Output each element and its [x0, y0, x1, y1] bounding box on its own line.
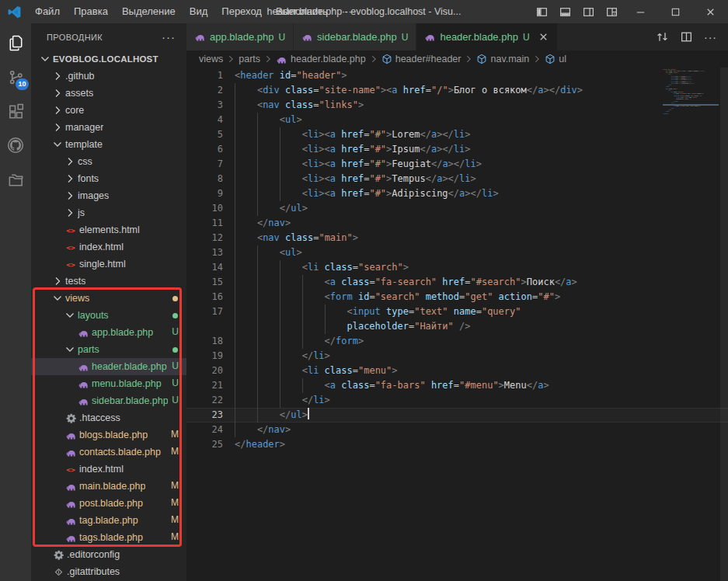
code-line-5[interactable]: 5<li><a href="#">Lorem</a></li>: [186, 127, 728, 142]
code-line-3[interactable]: 3<nav class="links">: [186, 98, 728, 113]
code-line-16[interactable]: 16<form id="search" method="get" action=…: [186, 290, 728, 304]
code-line-17[interactable]: 17<input type="text" name="query": [186, 304, 728, 319]
blade-elephant-icon: [301, 31, 313, 43]
explorer-more-actions-button[interactable]: ···: [162, 30, 176, 43]
tree-folder-.github[interactable]: .github: [31, 68, 186, 85]
code-line-1[interactable]: 1<header id="header">: [186, 68, 728, 83]
line-content: </li>: [235, 349, 330, 364]
window-close-button[interactable]: [693, 0, 728, 23]
code-editor[interactable]: 1<header id="header">2<div class="site-n…: [186, 68, 728, 581]
more-actions-button[interactable]: ···: [704, 31, 717, 43]
code-line-4[interactable]: 4<ul>: [186, 113, 728, 127]
code-line-2[interactable]: 2<div class="site-name"><a href="/">Блог…: [186, 83, 728, 98]
tree-file-menu.blade.php[interactable]: menu.blade.phpU: [31, 375, 186, 392]
tree-file-header.blade.php[interactable]: header.blade.phpU: [31, 358, 186, 375]
line-content: placeholder="Найти" />: [235, 319, 470, 334]
code-line-8[interactable]: 8<li><a href="#">Tempus</a></li>: [186, 172, 728, 186]
activity-github[interactable]: [0, 128, 31, 162]
code-line-24[interactable]: 24</nav>: [186, 423, 728, 437]
code-line-23[interactable]: 23</ul>: [186, 408, 728, 423]
tab-header.blade.php[interactable]: header.blade.phpU: [416, 23, 557, 50]
code-line-20[interactable]: 20<li class="menu">: [186, 364, 728, 378]
tree-file-contacts.blade.php[interactable]: contacts.blade.phpM: [31, 444, 186, 461]
breadcrumb-item-views[interactable]: views: [199, 54, 223, 64]
layout-sidebar-right-icon[interactable]: [576, 0, 600, 23]
menu-item-3[interactable]: Вид: [183, 0, 215, 23]
tree-folder-core[interactable]: core: [31, 102, 186, 119]
tree-file-elements.html[interactable]: <>elements.html: [31, 221, 186, 238]
tree-folder-manager[interactable]: manager: [31, 119, 186, 136]
tab-app.blade.php[interactable]: app.blade.phpU: [186, 23, 294, 50]
code-line-14[interactable]: 14<li class="search">: [186, 260, 728, 275]
tree-file-sidebar.blade.php[interactable]: sidebar.blade.phpU: [31, 392, 186, 409]
layout-sidebar-left-icon[interactable]: [530, 0, 553, 23]
code-line-7[interactable]: 7<li><a href="#">Feugiat</a></li>: [186, 157, 728, 172]
menu-item-2[interactable]: Выделение: [115, 0, 183, 23]
code-line-22[interactable]: 22</li>: [186, 393, 728, 408]
tab-sidebar.blade.php[interactable]: sidebar.blade.phpU: [294, 23, 416, 50]
tree-file-tags.blade.php[interactable]: tags.blade.phpM: [31, 529, 186, 546]
code-line-18[interactable]: 18</form>: [186, 334, 728, 349]
menu-item-1[interactable]: Правка: [67, 0, 115, 23]
minimap[interactable]: <header id="header"> <div class="site-na…: [663, 68, 719, 123]
code-line-15[interactable]: 15<a class="fa-search" href="#search">По…: [186, 275, 728, 290]
open-changes-button[interactable]: [656, 30, 669, 43]
tree-folder-js[interactable]: js: [31, 204, 186, 221]
tree-file-single.html[interactable]: <>single.html: [31, 256, 186, 273]
tree-file-tag.blade.php[interactable]: tag.blade.phpM: [31, 512, 186, 529]
code-line-6[interactable]: 6<li><a href="#">Ipsum</a></li>: [186, 142, 728, 157]
editor-scrollbar[interactable]: [720, 68, 728, 581]
tree-file-main.blade.php[interactable]: main.blade.phpM: [31, 478, 186, 495]
tree-file-post.blade.php[interactable]: post.blade.phpM: [31, 495, 186, 512]
split-editor-button[interactable]: [680, 30, 693, 43]
tree-folder-fonts[interactable]: fonts: [31, 170, 186, 187]
breadcrumb-item-ul[interactable]: ul: [545, 54, 566, 64]
file-icon: [51, 566, 65, 578]
tab-close-icon[interactable]: [538, 31, 549, 43]
breadcrumb-item-nav.main[interactable]: nav.main: [476, 54, 529, 64]
activity-source-control[interactable]: 10: [0, 60, 31, 94]
tree-folder-parts[interactable]: parts: [31, 341, 186, 358]
activity-explorer[interactable]: [0, 26, 31, 60]
menu-item-5[interactable]: Выполнить: [269, 0, 335, 23]
tree-file-.htaccess[interactable]: .htaccess: [31, 409, 186, 426]
chevron-down-icon: [39, 53, 51, 65]
tree-folder-assets[interactable]: assets: [31, 85, 186, 102]
tree-file-app.blade.php[interactable]: app.blade.phpU: [31, 324, 186, 341]
code-line-9[interactable]: 9<li><a href="#">Adipiscing</a></li>: [186, 186, 728, 201]
menu-item-6[interactable]: ···: [335, 0, 359, 23]
code-line-19[interactable]: 19</li>: [186, 349, 728, 364]
tree-file-index.html[interactable]: <>index.html: [31, 461, 186, 478]
file-icon: <>: [64, 243, 78, 252]
tree-file-blogs.blade.php[interactable]: blogs.blade.phpM: [31, 426, 186, 444]
window-maximize-button[interactable]: [658, 0, 693, 23]
breadcrumb-item-parts[interactable]: parts: [239, 54, 260, 64]
activity-extensions[interactable]: [0, 94, 31, 128]
tree-folder-tests[interactable]: tests: [31, 273, 186, 290]
breadcrumb-item-header#header[interactable]: header#header: [381, 54, 462, 64]
layout-custom-icon[interactable]: [600, 0, 623, 23]
code-line-10[interactable]: 10</ul>: [186, 201, 728, 216]
code-line-11[interactable]: 11</nav>: [186, 216, 728, 231]
tree-folder-template[interactable]: template: [31, 136, 186, 153]
code-line-21[interactable]: 21<a class="fa-bars" href="#menu">Menu</…: [186, 378, 728, 393]
activity-remote-explorer[interactable]: [0, 162, 31, 197]
layout-panel-icon[interactable]: [553, 0, 576, 23]
line-content: <li><a href="#">Feugiat</a></li>: [235, 157, 482, 172]
code-line-12[interactable]: 12<nav class="main">: [186, 231, 728, 245]
tree-file-index.html[interactable]: <>index.html: [31, 238, 186, 256]
code-line-13[interactable]: 13<ul>: [186, 245, 728, 260]
tree-folder-images[interactable]: images: [31, 187, 186, 204]
tree-folder-layouts[interactable]: layouts: [31, 307, 186, 324]
tree-folder-css[interactable]: css: [31, 153, 186, 170]
menu-item-0[interactable]: Файл: [28, 0, 67, 23]
tree-folder-views[interactable]: views: [31, 290, 186, 307]
tree-root-folder[interactable]: EVOBLOG.LOCALHOST: [31, 50, 186, 68]
menu-item-4[interactable]: Переход: [214, 0, 269, 23]
breadcrumb-item-header.blade.php[interactable]: header.blade.php: [276, 54, 366, 65]
window-minimize-button[interactable]: [623, 0, 658, 23]
tree-file-.editorconfig[interactable]: .editorconfig: [31, 546, 186, 563]
code-line-wrap[interactable]: placeholder="Найти" />: [186, 319, 728, 334]
code-line-25[interactable]: 25</header>: [186, 437, 728, 452]
tree-file-.gitattributes[interactable]: .gitattributes: [31, 563, 186, 580]
